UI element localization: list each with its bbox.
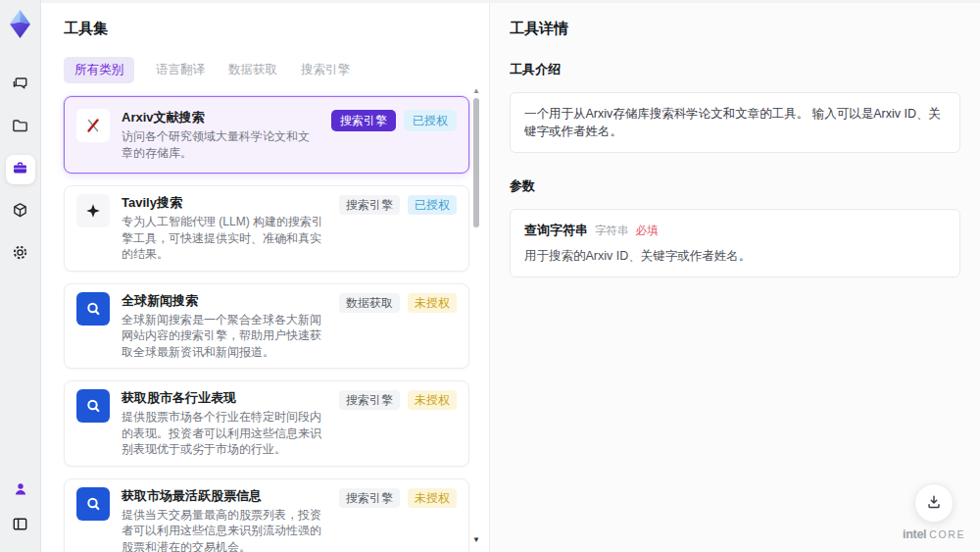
tool-description: 提供股票市场各个行业在特定时间段内的表现。投资者可以利用这些信息来识别表现优于或… — [122, 409, 327, 458]
tool-card[interactable]: Arxiv文献搜索 访问各个研究领域大量科学论文和文章的存储库。 搜索引擎 已授… — [64, 96, 469, 174]
tool-badges: 搜索引擎 未授权 — [339, 487, 457, 508]
category-badge: 搜索引擎 — [339, 488, 400, 508]
tool-title: 获取股市各行业表现 — [122, 389, 327, 406]
tool-description: 全球新闻搜索是一个聚合全球各大新闻网站内容的搜索引擎，帮助用户快速获取全球最新资… — [122, 312, 327, 361]
category-tab-4[interactable]: 搜索引擎 — [299, 57, 352, 83]
sidebar-item-user[interactable] — [6, 476, 35, 505]
magnifier-icon — [83, 299, 103, 319]
detail-title: 工具详情 — [510, 20, 960, 38]
floating-actions: intelCORE — [903, 483, 965, 540]
page-title: 工具集 — [64, 20, 489, 38]
tool-description: 提供当天交易量最高的股票列表，投资者可以利用这些信息来识别流动性强的股票和潜在的… — [122, 507, 327, 552]
sidebar-item-models[interactable] — [6, 197, 35, 226]
tool-card[interactable]: 全球新闻搜索 全球新闻搜索是一个聚合全球各大新闻网站内容的搜索引擎，帮助用户快速… — [64, 283, 469, 370]
main-content: 工具集 所有类别语言翻译数据获取搜索引擎 Arxiv文献搜索 访 — [41, 0, 980, 552]
tool-intro-text: 一个用于从Arxiv存储库搜索科学论文和文章的工具。 输入可以是Arxiv ID… — [510, 92, 960, 153]
folder-icon — [11, 117, 29, 138]
scrollbar-thumb[interactable] — [473, 98, 479, 227]
tool-title: Tavily搜索 — [122, 194, 327, 211]
tavily-star-icon — [84, 202, 102, 220]
category-tabs: 所有类别语言翻译数据获取搜索引擎 — [64, 57, 489, 83]
magnifier-icon — [83, 396, 103, 416]
params-heading: 参数 — [510, 177, 960, 195]
tool-icon — [76, 194, 110, 227]
tool-icon — [76, 109, 110, 142]
category-tab-2[interactable]: 语言翻译 — [154, 57, 207, 83]
briefcase-icon — [11, 159, 29, 180]
tool-badges: 搜索引擎 已授权 — [331, 109, 457, 131]
auth-status-badge: 已授权 — [404, 110, 457, 131]
sidebar-nav — [6, 71, 35, 269]
tool-card[interactable]: 获取市场最活跃股票信息 提供当天交易量最高的股票列表，投资者可以利用这些信息来识… — [64, 478, 469, 552]
intel-core-logo: intelCORE — [903, 527, 965, 540]
category-badge: 搜索引擎 — [331, 110, 396, 131]
category-badge: 搜索引擎 — [339, 195, 400, 215]
magnifier-icon — [83, 494, 103, 514]
tool-title: 获取市场最活跃股票信息 — [122, 487, 327, 504]
tool-icon — [76, 292, 110, 326]
sidebar-bottom — [6, 476, 35, 540]
user-icon — [12, 480, 29, 501]
sidebar-item-settings[interactable] — [6, 239, 35, 269]
arxiv-icon — [83, 116, 103, 135]
tool-title: 全球新闻搜索 — [122, 292, 327, 309]
sidebar — [0, 0, 41, 552]
scroll-down-icon[interactable]: ▼ — [472, 536, 480, 544]
scroll-up-icon[interactable]: ▲ — [472, 87, 480, 95]
category-badge: 搜索引擎 — [339, 390, 400, 410]
tools-panel: 工具集 所有类别语言翻译数据获取搜索引擎 Arxiv文献搜索 访 — [41, 3, 490, 552]
tool-card[interactable]: Tavily搜索 专为人工智能代理 (LLM) 构建的搜索引擎工具，可快速提供实… — [64, 185, 469, 272]
panel-toggle-icon — [11, 515, 29, 536]
parameter-name: 查询字符串 — [524, 222, 588, 239]
tool-icon — [76, 487, 110, 521]
tool-icon — [76, 389, 110, 423]
intel-wordmark: intel — [903, 527, 926, 541]
app-window: 工具集 所有类别语言翻译数据获取搜索引擎 Arxiv文献搜索 访 — [0, 0, 980, 552]
parameter-type: 字符串 — [595, 224, 629, 238]
auth-status-badge: 未授权 — [408, 390, 457, 410]
tool-title: Arxiv文献搜索 — [122, 109, 319, 125]
category-tab-3[interactable]: 数据获取 — [226, 57, 279, 83]
parameter-description: 用于搜索的Arxiv ID、关键字或作者姓名。 — [524, 248, 946, 265]
tool-badges: 搜索引擎 已授权 — [339, 194, 457, 215]
sidebar-item-tools[interactable] — [6, 155, 35, 184]
gear-icon — [11, 243, 29, 265]
tool-badges: 数据获取 未授权 — [339, 292, 457, 313]
tool-detail-panel: 工具详情 工具介绍 一个用于从Arxiv存储库搜索科学论文和文章的工具。 输入可… — [490, 3, 980, 552]
tool-card[interactable]: 获取股市各行业表现 提供股票市场各个行业在特定时间段内的表现。投资者可以利用这些… — [64, 380, 469, 467]
app-logo-icon[interactable] — [7, 9, 33, 39]
download-icon — [925, 493, 943, 514]
sidebar-item-files[interactable] — [6, 113, 35, 142]
chat-icon — [11, 75, 29, 96]
auth-status-badge: 未授权 — [408, 488, 457, 508]
tool-description: 专为人工智能代理 (LLM) 构建的搜索引擎工具，可快速提供实时、准确和真实的结… — [122, 214, 327, 263]
category-badge: 数据获取 — [339, 293, 400, 313]
core-wordmark: CORE — [929, 528, 965, 540]
list-scrollbar[interactable]: ▲ ▼ — [471, 87, 481, 544]
intro-heading: 工具介绍 — [510, 61, 960, 78]
parameter-header: 查询字符串 字符串 必填 — [524, 222, 946, 239]
parameter-box: 查询字符串 字符串 必填 用于搜索的Arxiv ID、关键字或作者姓名。 — [510, 209, 960, 277]
auth-status-badge: 未授权 — [408, 293, 457, 313]
cube-icon — [11, 201, 29, 223]
sidebar-item-chat[interactable] — [6, 71, 35, 100]
category-tab-1[interactable]: 所有类别 — [64, 57, 134, 83]
sidebar-item-panel-toggle[interactable] — [6, 511, 35, 540]
parameter-required-badge: 必填 — [636, 224, 659, 238]
tool-list: Arxiv文献搜索 访问各个研究领域大量科学论文和文章的存储库。 搜索引擎 已授… — [64, 96, 469, 552]
tool-description: 访问各个研究领域大量科学论文和文章的存储库。 — [122, 128, 319, 161]
tool-badges: 搜索引擎 未授权 — [339, 389, 457, 410]
download-button[interactable] — [914, 483, 954, 523]
auth-status-badge: 已授权 — [408, 195, 457, 215]
